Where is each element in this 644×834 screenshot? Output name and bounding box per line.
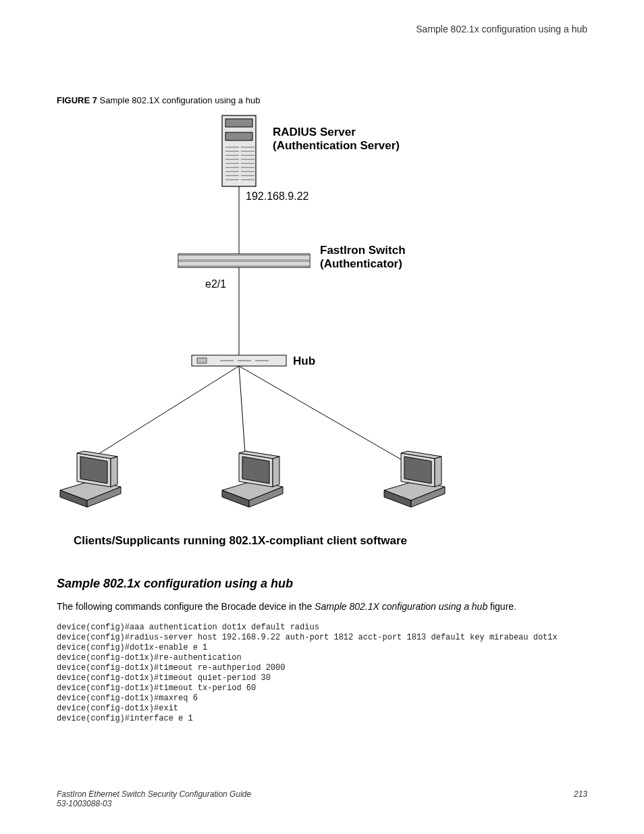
intro-a: The following commands configure the Bro… (57, 601, 315, 612)
figure-caption: FIGURE 7 Sample 802.1X configuration usi… (57, 95, 587, 105)
figure-label: FIGURE 7 (57, 95, 97, 105)
clients-label: Clients/Supplicants running 802.1X-compl… (74, 534, 407, 547)
svg-marker-38 (80, 457, 107, 484)
intro-italic: Sample 802.1X configuration using a hub (315, 601, 487, 612)
client-pc-1-icon (60, 451, 121, 507)
fastiron-switch-icon (178, 254, 310, 267)
svg-marker-53 (435, 457, 441, 487)
footer-doc-number: 53-1003088-03 (57, 799, 251, 808)
svg-line-31 (84, 366, 239, 463)
port-label: e2/1 (205, 278, 226, 290)
radius-server-icon (222, 115, 256, 186)
svg-rect-23 (178, 255, 310, 260)
section-intro: The following commands configure the Bro… (57, 600, 587, 613)
radius-server-label: RADIUS Server (273, 126, 356, 138)
svg-rect-1 (225, 119, 252, 127)
hub-icon (192, 355, 286, 366)
figure-caption-text: Sample 802.1X configuration using a hub (100, 95, 261, 105)
footer-page-number: 213 (574, 789, 587, 808)
svg-marker-46 (273, 457, 279, 487)
hub-label: Hub (293, 355, 315, 367)
cli-code-block: device(config)#aaa authentication dot1x … (57, 623, 587, 724)
switch-label: FastIron Switch (320, 244, 406, 257)
svg-rect-24 (178, 261, 310, 266)
ip-address-label: 192.168.9.22 (246, 190, 309, 202)
svg-marker-52 (404, 457, 431, 484)
client-pc-2-icon (222, 451, 283, 507)
page-header-right: Sample 802.1x configuration using a hub (57, 24, 587, 34)
svg-marker-45 (242, 457, 269, 484)
page-footer: FastIron Ethernet Switch Security Config… (57, 789, 587, 808)
intro-b: figure. (487, 601, 516, 612)
footer-doc-title: FastIron Ethernet Switch Security Config… (57, 789, 251, 799)
svg-marker-39 (111, 457, 117, 487)
svg-rect-27 (197, 358, 207, 363)
svg-line-33 (239, 366, 408, 463)
svg-line-32 (239, 366, 246, 463)
client-pc-3-icon (384, 451, 445, 507)
authenticator-label: (Authenticator) (320, 257, 402, 270)
svg-rect-2 (225, 132, 252, 140)
section-heading: Sample 802.1x configuration using a hub (57, 577, 587, 591)
network-diagram: RADIUS Server (Authentication Server) 19… (57, 112, 587, 558)
auth-server-label: (Authentication Server) (273, 139, 400, 152)
